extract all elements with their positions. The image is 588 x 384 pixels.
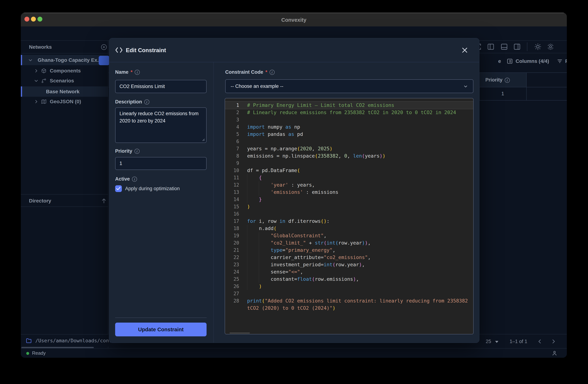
sidebar-item-geojson[interactable]: GeoJSON (0) xyxy=(21,96,108,107)
chevron-down-icon[interactable] xyxy=(33,78,39,84)
edit-constraint-modal: Edit Constraint Name*i Descriptioni Line… xyxy=(109,38,479,343)
folder-icon xyxy=(25,338,32,344)
chevron-down-icon[interactable] xyxy=(27,57,33,63)
code-line: 18 n.add( xyxy=(225,225,473,232)
geojson-label: GeoJSON (0) xyxy=(50,96,81,107)
code-line: 17for i, row in df.iterrows(): xyxy=(225,218,473,225)
filters-button[interactable]: Filters xyxy=(565,54,567,69)
code-editor-lines: 1# Primary Energy Limit – Limit total CO… xyxy=(225,102,473,312)
ready-status-dot xyxy=(26,352,29,355)
sidebar-item-scenarios[interactable]: Scenarios xyxy=(21,75,108,86)
active-checkbox[interactable] xyxy=(115,185,122,192)
code-line: 27 xyxy=(225,290,473,297)
close-icon[interactable] xyxy=(461,46,468,54)
table-cell-priority[interactable]: 1 xyxy=(479,87,526,100)
network-status-badge xyxy=(99,56,109,65)
name-field-label: Name*i xyxy=(115,69,140,75)
textarea-resize-handle[interactable] xyxy=(201,137,205,141)
clipped-button-label[interactable]: e xyxy=(498,54,501,69)
window-title: Convexity xyxy=(21,13,567,27)
code-line: 28print("Added CO2 emissions limit const… xyxy=(225,297,473,312)
code-line: 10df = pd.DataFrame( xyxy=(225,167,473,174)
code-line: 9 xyxy=(225,159,473,167)
code-line: 5import pandas as pd xyxy=(225,131,473,138)
example-dropdown[interactable]: -- Choose an example -- xyxy=(225,79,473,93)
name-input[interactable] xyxy=(115,80,207,93)
user-person-icon[interactable] xyxy=(551,350,558,357)
columns-list-icon[interactable] xyxy=(506,58,513,65)
code-line: 12 'year' : years, xyxy=(225,181,473,189)
code-line: 13 'emissions' : emissions xyxy=(225,189,473,196)
example-dropdown-value: -- Choose an example -- xyxy=(231,80,283,93)
code-line: 7years = np.arange(2020, 2025) xyxy=(225,145,473,152)
code-line: 8emissions = np.linspace(2358382, 0, len… xyxy=(225,152,473,159)
code-line: 22 carrier_attribute="co2_emissions", xyxy=(225,254,473,261)
add-network-icon[interactable] xyxy=(101,44,107,50)
code-line: 23 investment_period=int(row.year), xyxy=(225,261,473,268)
table-border xyxy=(526,72,527,100)
code-line: 2# Linearly reduce emissions from 235838… xyxy=(225,109,473,116)
description-textarea[interactable]: Linearly reduce CO2 emissions from 2020 … xyxy=(115,107,207,143)
components-label: Components xyxy=(50,66,81,76)
code-line: 14 } xyxy=(225,196,473,203)
sidebar-item-base-network[interactable]: Base Network xyxy=(21,86,108,97)
title-bar: Convexity xyxy=(21,13,567,26)
scenarios-branch-icon xyxy=(41,78,47,84)
directory-panel-header: Directory xyxy=(21,194,108,207)
info-icon: i xyxy=(505,78,510,83)
code-line: 19 "GlobalConstraint", xyxy=(225,232,473,239)
info-icon: i xyxy=(134,149,140,154)
columns-button[interactable]: Columns (4/4) xyxy=(516,54,549,69)
code-line: 24 sense="<=", xyxy=(225,268,473,275)
sidebar-item-components[interactable]: Components xyxy=(21,66,108,76)
update-constraint-button[interactable]: Update Constraint xyxy=(115,323,207,336)
chevron-right-icon[interactable] xyxy=(33,99,39,105)
directory-title: Directory xyxy=(29,195,51,207)
filters-icon[interactable] xyxy=(556,58,563,65)
code-line: 15) xyxy=(225,203,473,210)
constraint-code-label: Constraint Code*i xyxy=(225,69,275,75)
directory-path-bar[interactable]: /Users/aman/Downloads/conve xyxy=(21,334,108,346)
geojson-map-icon xyxy=(41,99,47,105)
info-icon: i xyxy=(144,99,149,105)
priority-field-label: Priorityi xyxy=(115,148,140,154)
page-size-value[interactable]: 25 xyxy=(486,334,491,348)
active-field-label: Activei xyxy=(115,176,137,182)
sort-up-arrow-icon[interactable] xyxy=(101,197,107,204)
app-window: Convexity Networks xyxy=(21,13,567,358)
base-network-label: Base Network xyxy=(46,86,80,97)
network-root-label: Ghana-Togo Capacity Ex... xyxy=(38,55,102,65)
code-line: 4import numpy as np xyxy=(225,123,473,131)
ready-status-text: Ready xyxy=(32,348,46,358)
code-line: 25 constant=float(row.emissions), xyxy=(225,275,473,283)
components-cube-icon xyxy=(41,68,47,74)
previous-page-icon[interactable] xyxy=(537,338,543,344)
status-bar: Ready xyxy=(21,348,567,358)
code-line: 6 xyxy=(225,138,473,145)
code-line: 11 { xyxy=(225,174,473,181)
page-size-caret-icon[interactable] xyxy=(495,341,498,343)
code-line: 26 ) xyxy=(225,283,473,290)
modal-column-divider xyxy=(213,62,214,343)
code-editor[interactable]: 1# Primary Energy Limit – Limit total CO… xyxy=(225,98,474,334)
modal-title: Edit Constraint xyxy=(126,38,166,62)
active-checkbox-label[interactable]: Apply during optimization xyxy=(125,185,180,192)
chevron-right-icon[interactable] xyxy=(33,68,39,74)
required-asterisk: * xyxy=(265,69,267,75)
info-icon: i xyxy=(132,177,137,182)
priority-input[interactable] xyxy=(115,157,207,170)
form-divider xyxy=(115,317,207,318)
description-field-label: Descriptioni xyxy=(115,99,149,105)
priority-column-header[interactable]: Priorityi xyxy=(479,73,526,87)
scenarios-label: Scenarios xyxy=(50,75,74,86)
next-page-icon[interactable] xyxy=(550,338,556,344)
modal-header: Edit Constraint xyxy=(109,38,479,62)
code-line: 21 type="primary_energy", xyxy=(225,247,473,254)
required-asterisk: * xyxy=(131,69,133,75)
pagination-range: 1–1 of 1 xyxy=(510,334,527,348)
sidebar-item-network-root[interactable]: Ghana-Togo Capacity Ex... xyxy=(21,55,108,65)
editor-scrollbar-thumb[interactable] xyxy=(230,333,250,334)
sidebar: Networks Ghana-Togo Capacity Ex... Compo… xyxy=(21,41,108,358)
info-icon: i xyxy=(135,70,140,75)
networks-title: Networks xyxy=(29,41,52,53)
